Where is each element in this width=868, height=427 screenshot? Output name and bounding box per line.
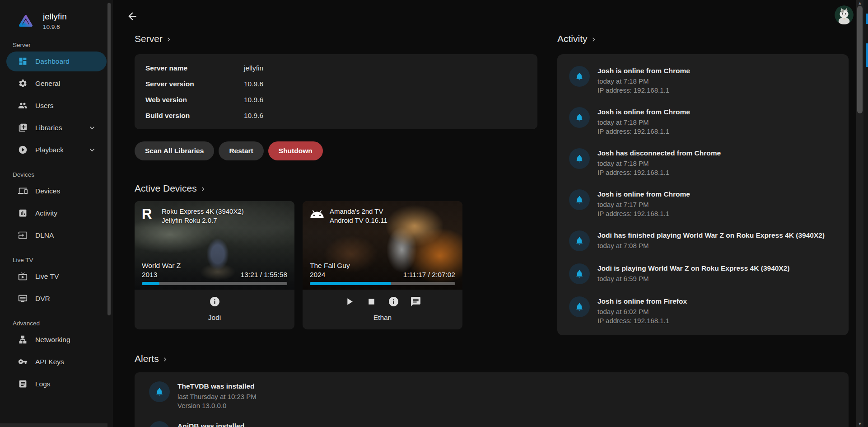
playback-position: 1:11:17 / 2:07:02 <box>403 271 455 279</box>
activity-title[interactable]: Activity <box>557 33 597 44</box>
server-info-row: Build version 10.9.6 <box>145 108 527 123</box>
media-year: 2024 <box>310 271 325 279</box>
session-control-info[interactable] <box>209 296 220 307</box>
sidebar-item-playback[interactable]: Playback <box>6 140 107 160</box>
notification-badge <box>569 148 590 169</box>
edge-accent-strip <box>866 43 868 67</box>
users-icon <box>18 101 28 110</box>
sidebar-item-dashboard[interactable]: Dashboard <box>6 52 107 71</box>
notification-badge <box>569 189 590 210</box>
activity-item-title: Josh is online from Firefox <box>597 297 687 306</box>
playback-progressbar <box>310 282 455 285</box>
alert-item-title: TheTVDB was installed <box>177 382 257 391</box>
activity-item-title: Josh is online from Chrome <box>597 108 690 117</box>
sidebar-item-label: API Keys <box>35 358 64 366</box>
active-devices-row: R Roku Express 4K (3940X2) Jellyfin Roku… <box>135 201 537 329</box>
info-value: 10.9.6 <box>244 96 527 104</box>
device-name: Roku Express 4K (3940X2) <box>162 207 244 216</box>
session-user: Jodi <box>142 314 287 322</box>
sidebar-item-devices[interactable]: Devices <box>6 181 107 201</box>
chevron-right-icon <box>161 356 169 363</box>
activity-item: Josh is online from Firefox today at 6:0… <box>557 296 849 325</box>
sidebar-item-users[interactable]: Users <box>6 96 107 116</box>
activity-item: Jodi has finished playing World War Z on… <box>557 230 849 251</box>
sidebar-item-label: Logs <box>35 380 51 388</box>
activity-item-time: today at 7:17 PM <box>597 200 690 209</box>
activity-item-detail: IP address: 192.168.1.1 <box>597 168 721 177</box>
sidebar-item-dvr[interactable]: DVR <box>6 289 107 309</box>
client-version: Jellyfin Roku 2.0.7 <box>162 216 244 225</box>
session-control-message[interactable] <box>410 296 421 307</box>
sidebar-item-api-keys[interactable]: API Keys <box>6 352 107 372</box>
session-card: R Roku Express 4K (3940X2) Jellyfin Roku… <box>135 201 294 329</box>
info-label: Server version <box>145 80 244 88</box>
session-artwork: Amanda's 2nd TV Android TV 0.16.11 The F… <box>303 201 462 290</box>
sidebar-item-label: Dashboard <box>35 57 70 66</box>
android-icon <box>310 207 324 221</box>
button-scan-all-libraries[interactable]: Scan All Libraries <box>135 141 214 160</box>
session-card: Amanda's 2nd TV Android TV 0.16.11 The F… <box>303 201 462 329</box>
main-scrollbar[interactable]: ▲ ▼ <box>856 0 863 427</box>
activity-card: Josh is online from Chrome today at 7:18… <box>557 54 849 335</box>
sidebar-item-general[interactable]: General <box>6 74 107 94</box>
gear-icon <box>18 79 28 88</box>
device-name: Amanda's 2nd TV <box>330 207 387 216</box>
sidebar-item-dlna[interactable]: DLNA <box>6 225 107 245</box>
user-avatar[interactable] <box>835 5 854 24</box>
sidebar-scrollbar-thumb[interactable] <box>107 3 111 315</box>
sidebar-item-libraries[interactable]: Libraries <box>6 118 107 138</box>
sidebar-item-label: Users <box>35 102 53 110</box>
main-scrollbar-thumb[interactable] <box>857 6 863 113</box>
notification-badge <box>569 66 590 87</box>
button-restart[interactable]: Restart <box>219 141 263 160</box>
sidebar-nav: Server Dashboard General <box>0 42 113 394</box>
alerts-title[interactable]: Alerts <box>135 353 169 364</box>
button-shutdown[interactable]: Shutdown <box>268 141 323 160</box>
activity-item-title: Josh has disconnected from Chrome <box>597 149 721 158</box>
notification-badge <box>569 107 590 128</box>
session-control-play[interactable] <box>344 296 355 307</box>
back-button[interactable] <box>126 10 138 22</box>
scroll-up-arrow[interactable]: ▲ <box>856 0 863 6</box>
sidebar-item-label: DLNA <box>35 231 54 239</box>
sidebar: jellyfin 10.9.6 Server Dashboard <box>0 0 113 427</box>
sidebar-item-networking[interactable]: Networking <box>6 330 107 350</box>
activity-item: Josh is online from Chrome today at 7:18… <box>557 66 849 95</box>
sidebar-item-logs[interactable]: Logs <box>6 374 107 394</box>
chevron-down-icon[interactable] <box>88 123 97 132</box>
sidebar-item-label: Activity <box>35 209 57 217</box>
topbar <box>113 0 856 27</box>
sidebar-section: Devices Devices Activity <box>0 171 113 245</box>
app-version: 10.9.6 <box>43 23 67 30</box>
server-section-title[interactable]: Server <box>135 33 173 44</box>
playback-progress-fill <box>310 282 391 285</box>
chevron-down-icon[interactable] <box>88 145 97 155</box>
activity-item-detail: IP address: 192.168.1.1 <box>597 209 690 218</box>
bell-icon <box>575 269 584 278</box>
libraries-icon <box>18 123 28 132</box>
active-devices-title[interactable]: Active Devices <box>135 183 207 194</box>
server-info-row: Web version 10.9.6 <box>145 92 527 108</box>
sidebar-item-live-tv[interactable]: Live TV <box>6 267 107 286</box>
sidebar-section-label: Live TV <box>13 257 113 263</box>
info-label: Build version <box>145 112 244 120</box>
activity-item-time: today at 6:59 PM <box>597 274 790 283</box>
scroll-down-arrow[interactable]: ▼ <box>856 421 863 427</box>
session-control-info[interactable] <box>388 296 399 307</box>
sidebar-scrollbar[interactable] <box>107 0 111 422</box>
activity-item-title: Josh is online from Chrome <box>597 190 690 199</box>
session-control-stop[interactable] <box>366 296 377 307</box>
info-icon <box>209 296 220 307</box>
api-keys-icon <box>18 357 28 366</box>
sidebar-item-activity[interactable]: Activity <box>6 203 107 223</box>
activity-icon <box>18 208 28 218</box>
sidebar-horizontal-scrollbar[interactable] <box>0 423 107 427</box>
activity-item-detail: IP address: 192.168.1.1 <box>597 86 690 95</box>
playback-icon <box>18 145 28 155</box>
chevron-right-icon <box>165 36 173 43</box>
server-column: Server Server name jellyfin Server <box>135 27 537 329</box>
sidebar-section: Advanced Networking API <box>0 320 113 394</box>
activity-item: Josh is online from Chrome today at 7:18… <box>557 107 849 136</box>
chevron-right-icon <box>590 36 597 43</box>
sidebar-item-label: General <box>35 80 60 88</box>
